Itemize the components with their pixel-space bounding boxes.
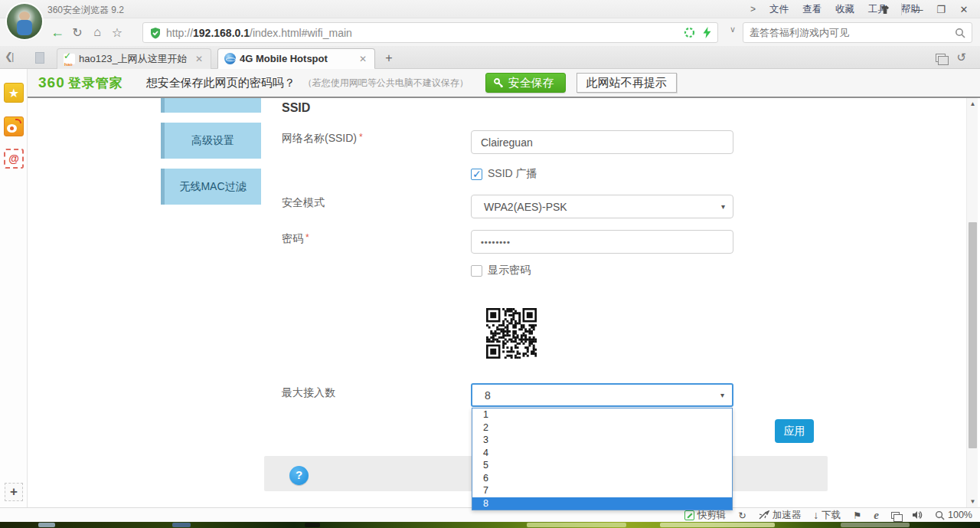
- back-icon[interactable]: ←: [47, 25, 67, 41]
- show-password-checkbox[interactable]: [471, 265, 482, 277]
- search-box[interactable]: [743, 22, 972, 43]
- dropdown-option[interactable]: 7: [472, 484, 732, 497]
- dropdown-option-selected[interactable]: 8: [472, 497, 732, 510]
- nav-button-partial[interactable]: [161, 98, 261, 113]
- tab-4g-mobile-hotspot[interactable]: 4G Mobile Hotspot ✕: [217, 48, 375, 69]
- scroll-down-icon[interactable]: ▼: [967, 496, 978, 507]
- window-controls: — ❐ ✕: [874, 0, 975, 18]
- mail-icon[interactable]: @: [4, 149, 24, 169]
- pinned-page-icon[interactable]: [35, 52, 44, 64]
- max-clients-label: 最大接入数: [282, 386, 335, 400]
- close-icon[interactable]: ✕: [952, 1, 975, 18]
- security-shield-icon[interactable]: [149, 27, 162, 39]
- window-mode-icon[interactable]: [891, 512, 900, 519]
- tab-close-icon[interactable]: ✕: [194, 54, 204, 64]
- nav-wireless-mac-filter[interactable]: 无线MAC过滤: [161, 169, 261, 205]
- save-password-question: 想安全保存此网页的密码吗？: [146, 76, 296, 90]
- add-sidebar-app-button[interactable]: +: [5, 483, 23, 501]
- ssid-broadcast-row: SSID 广播: [471, 167, 537, 181]
- tab-close-icon[interactable]: ✕: [358, 54, 368, 64]
- divider: [901, 3, 902, 15]
- flag-icon[interactable]: ⚑: [853, 510, 861, 521]
- show-password-row: 显示密码: [471, 264, 531, 277]
- speed-lightning-icon[interactable]: [703, 27, 711, 38]
- new-tab-button[interactable]: +: [380, 51, 398, 66]
- key-icon: [494, 78, 504, 88]
- search-engine-chevron-icon[interactable]: ∨: [726, 25, 740, 40]
- window-title: 360安全浏览器 9.2: [47, 4, 124, 17]
- user-avatar[interactable]: [7, 4, 42, 39]
- url-text[interactable]: http://192.168.0.1/index.html#wifi_main: [166, 27, 684, 39]
- history-restore-icon[interactable]: ↻: [738, 510, 746, 521]
- show-password-label: 显示密码: [488, 264, 531, 277]
- quick-edit-icon: [684, 510, 694, 520]
- scroll-up-icon[interactable]: ▲: [967, 98, 978, 110]
- ssid-broadcast-checkbox[interactable]: [471, 169, 482, 180]
- dropdown-option[interactable]: 5: [472, 459, 732, 472]
- favorites-star-icon[interactable]: ★: [4, 83, 24, 103]
- scrollbar-thumb[interactable]: [969, 222, 977, 448]
- download-arrow-icon: ↓: [813, 509, 818, 521]
- home-icon[interactable]: ⌂: [87, 25, 107, 39]
- weibo-icon[interactable]: [4, 116, 24, 136]
- refresh-translate-icon[interactable]: [684, 27, 695, 38]
- reopen-tab-icon[interactable]: ↺: [956, 51, 966, 64]
- ie-mode-icon[interactable]: e: [874, 509, 879, 522]
- chevron-down-icon: ▾: [720, 391, 724, 399]
- menu-overflow-chevron[interactable]: >: [750, 4, 756, 15]
- refresh-icon[interactable]: ↻: [67, 25, 87, 40]
- ssid-broadcast-label: SSID 广播: [488, 167, 537, 181]
- hao123-favicon: ✓hao: [64, 54, 75, 64]
- vertical-scrollbar[interactable]: ▲ ▼: [966, 98, 978, 507]
- dropdown-option[interactable]: 1: [472, 408, 732, 421]
- address-bar[interactable]: http://192.168.0.1/index.html#wifi_main: [142, 22, 718, 43]
- apply-button[interactable]: 应用: [775, 419, 814, 443]
- dropdown-option[interactable]: 3: [472, 434, 732, 447]
- save-password-hint: （若您使用网吧等公共电脑不建议保存）: [303, 77, 469, 90]
- tab-hao123[interactable]: ✓hao hao123_上网从这里开始 ✕: [57, 48, 211, 69]
- minimize-icon[interactable]: —: [906, 1, 929, 18]
- accelerator-button[interactable]: 加速器: [759, 509, 802, 522]
- speaker-icon[interactable]: [912, 510, 923, 520]
- never-prompt-button[interactable]: 此网站不再提示: [577, 73, 677, 93]
- globe-favicon: [224, 53, 236, 64]
- max-clients-dropdown: 1 2 3 4 5 6 7 8: [472, 408, 733, 510]
- desktop-taskbar-strip: [0, 522, 980, 528]
- password-label: 密码*: [282, 232, 309, 246]
- browser-window: 360安全浏览器 9.2 > 文件 查看 收藏 工具 帮助 — ❐ ✕ ← ↻ …: [0, 0, 980, 528]
- ssid-label: 网络名称(SSID)*: [282, 132, 363, 146]
- qr-code: [486, 308, 537, 359]
- dropdown-option[interactable]: 4: [472, 447, 732, 460]
- quick-edit-button[interactable]: 快剪辑: [684, 509, 727, 522]
- download-button[interactable]: ↓ 下载: [813, 509, 841, 522]
- 360-login-manager-logo: 360登录管家: [38, 74, 123, 92]
- menu-view[interactable]: 查看: [802, 3, 822, 16]
- maximize-icon[interactable]: ❐: [929, 1, 952, 18]
- menu-file[interactable]: 文件: [769, 3, 789, 16]
- rocket-icon: [759, 510, 769, 520]
- nav-advanced-settings[interactable]: 高级设置: [161, 123, 261, 159]
- skin-icon[interactable]: [874, 1, 897, 18]
- page-zoom-control[interactable]: 100%: [935, 510, 972, 520]
- ssid-input[interactable]: Claireguan: [471, 130, 733, 154]
- dropdown-option[interactable]: 6: [472, 472, 732, 485]
- password-save-bar: 360登录管家 想安全保存此网页的密码吗？ （若您使用网吧等公共电脑不建议保存）…: [0, 69, 980, 98]
- max-clients-select[interactable]: 8 ▾: [471, 383, 733, 407]
- chevron-down-icon: ▾: [721, 202, 725, 211]
- help-icon[interactable]: ?: [289, 466, 309, 485]
- bookmark-star-icon[interactable]: ☆: [107, 25, 127, 40]
- tab-scroll-left-icon[interactable]: ❮|: [5, 51, 12, 62]
- security-mode-select[interactable]: WPA2(AES)-PSK ▾: [471, 195, 733, 218]
- sidebar-rail: ★ @ +: [0, 69, 28, 507]
- section-title-ssid: SSID: [282, 101, 310, 115]
- secure-save-button[interactable]: 安全保存: [485, 73, 566, 93]
- dropdown-option[interactable]: 2: [472, 421, 732, 435]
- zoom-magnifier-icon: [935, 510, 945, 520]
- menu-favorites[interactable]: 收藏: [835, 3, 854, 16]
- password-input[interactable]: ••••••••: [471, 230, 733, 254]
- search-input[interactable]: [750, 27, 955, 38]
- search-icon[interactable]: [955, 28, 965, 38]
- tab-list-icon[interactable]: [936, 54, 946, 62]
- security-mode-label: 安全模式: [282, 196, 325, 210]
